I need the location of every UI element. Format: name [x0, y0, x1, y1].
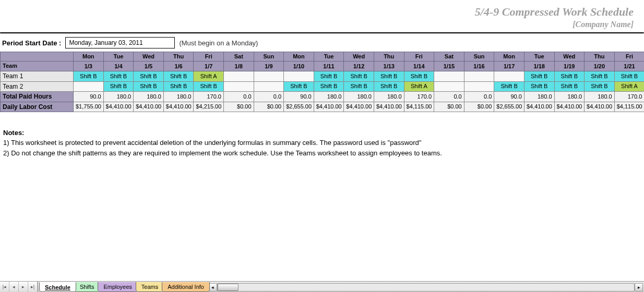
- period-start-row: Period Start Date : (Must begin on a Mon…: [0, 34, 644, 52]
- totals-value: $4,410.00: [163, 102, 194, 112]
- header-date: 1/5: [134, 62, 164, 71]
- totals-value: $4,410.00: [524, 102, 554, 112]
- header-dow: Tue: [314, 52, 344, 62]
- shift-cell[interactable]: Shift B: [554, 71, 585, 81]
- totals-value: $4,410.00: [344, 102, 374, 112]
- shift-cell[interactable]: [254, 71, 284, 81]
- shift-cell[interactable]: Shift B: [134, 71, 164, 81]
- header-dow: Sun: [254, 52, 284, 62]
- header-blank: [1, 52, 74, 62]
- shift-cell[interactable]: Shift B: [103, 81, 134, 91]
- header-date: 1/20: [585, 62, 615, 71]
- totals-value: 180.0: [134, 92, 164, 102]
- totals-value: 180.0: [524, 92, 554, 102]
- shift-cell[interactable]: Shift B: [614, 71, 644, 81]
- shift-cell[interactable]: Shift B: [585, 71, 615, 81]
- shift-cell[interactable]: Shift A: [404, 81, 434, 91]
- shift-cell[interactable]: Shift B: [404, 71, 434, 81]
- header-dow: Tue: [524, 52, 554, 62]
- header-dow: Wed: [134, 52, 164, 62]
- header-date: 1/9: [254, 62, 284, 71]
- header-date: 1/21: [614, 62, 644, 71]
- shift-cell[interactable]: Shift B: [554, 81, 585, 91]
- header-date: 1/13: [374, 62, 404, 71]
- totals-value: 170.0: [614, 92, 644, 102]
- totals-value: $4,410.00: [314, 102, 344, 112]
- totals-value: $4,215.00: [194, 102, 224, 112]
- shift-cell[interactable]: [494, 71, 524, 81]
- shift-cell[interactable]: Shift A: [614, 81, 644, 91]
- header-dow: Thu: [163, 52, 194, 62]
- shift-cell[interactable]: [284, 71, 314, 81]
- shift-cell[interactable]: [464, 81, 494, 91]
- header-dow: Mon: [284, 52, 314, 62]
- company-name: [Company Name]: [10, 20, 634, 29]
- header-dow: Sat: [434, 52, 464, 62]
- shift-cell[interactable]: Shift B: [524, 81, 554, 91]
- header-date: 1/18: [524, 62, 554, 71]
- totals-value: $4,410.00: [554, 102, 585, 112]
- totals-value: $4,410.00: [103, 102, 134, 112]
- period-start-input[interactable]: [65, 37, 175, 48]
- totals-value: 0.0: [464, 92, 494, 102]
- shift-cell[interactable]: Shift B: [585, 81, 615, 91]
- notes-line: 1) This worksheet is protected to preven…: [3, 138, 641, 148]
- header-date: 1/17: [494, 62, 524, 71]
- header-date: 1/8: [223, 62, 254, 71]
- shift-cell[interactable]: Shift B: [344, 81, 374, 91]
- totals-value: 0.0: [434, 92, 464, 102]
- shift-cell[interactable]: Shift B: [163, 81, 194, 91]
- totals-value: $2,655.00: [284, 102, 314, 112]
- shift-cell[interactable]: [434, 71, 464, 81]
- totals-row: Daily Labor Cost$1,755.00$4,410.00$4,410…: [1, 102, 645, 112]
- header-dow: Tue: [103, 52, 134, 62]
- totals-value: 180.0: [585, 92, 615, 102]
- shift-cell[interactable]: [464, 71, 494, 81]
- shift-cell[interactable]: Shift B: [314, 71, 344, 81]
- header-date: 1/7: [194, 62, 224, 71]
- team-name-cell: Team 1: [1, 71, 74, 81]
- shift-cell[interactable]: Shift B: [134, 81, 164, 91]
- shift-cell[interactable]: [74, 81, 104, 91]
- shift-cell[interactable]: Shift B: [194, 81, 224, 91]
- period-start-label: Period Start Date :: [2, 39, 61, 47]
- totals-value: 90.0: [494, 92, 524, 102]
- totals-value: 90.0: [284, 92, 314, 102]
- shift-cell[interactable]: Shift B: [314, 81, 344, 91]
- header-date: 1/15: [434, 62, 464, 71]
- shift-cell[interactable]: Shift B: [344, 71, 374, 81]
- shift-cell[interactable]: Shift B: [284, 81, 314, 91]
- shift-cell[interactable]: [223, 81, 254, 91]
- totals-value: $0.00: [464, 102, 494, 112]
- shift-cell[interactable]: Shift B: [494, 81, 524, 91]
- header-dow: Thu: [585, 52, 615, 62]
- shift-cell[interactable]: [223, 71, 254, 81]
- totals-value: 170.0: [404, 92, 434, 102]
- totals-value: $0.00: [254, 102, 284, 112]
- shift-cell[interactable]: Shift B: [163, 71, 194, 81]
- header-dow: Wed: [554, 52, 585, 62]
- header-date: 1/19: [554, 62, 585, 71]
- header-dow: Mon: [494, 52, 524, 62]
- totals-value: 90.0: [74, 92, 104, 102]
- totals-value: $4,115.00: [614, 102, 644, 112]
- shift-cell[interactable]: Shift B: [374, 71, 404, 81]
- team-row: Team 1Shift BShift BShift BShift BShift …: [1, 71, 645, 81]
- table-body: Team 1Shift BShift BShift BShift BShift …: [1, 71, 645, 112]
- shift-cell[interactable]: Shift B: [74, 71, 104, 81]
- shift-cell[interactable]: [434, 81, 464, 91]
- shift-cell[interactable]: Shift A: [194, 71, 224, 81]
- totals-value: $4,410.00: [134, 102, 164, 112]
- shift-cell[interactable]: Shift B: [103, 71, 134, 81]
- shift-cell[interactable]: Shift B: [524, 71, 554, 81]
- totals-value: 170.0: [194, 92, 224, 102]
- header-date: 1/6: [163, 62, 194, 71]
- totals-value: $0.00: [223, 102, 254, 112]
- shift-cell[interactable]: Shift B: [374, 81, 404, 91]
- shift-cell[interactable]: [254, 81, 284, 91]
- header-dow: Fri: [614, 52, 644, 62]
- totals-value: 0.0: [223, 92, 254, 102]
- header-dow: Wed: [344, 52, 374, 62]
- totals-value: $4,410.00: [585, 102, 615, 112]
- header-date: 1/14: [404, 62, 434, 71]
